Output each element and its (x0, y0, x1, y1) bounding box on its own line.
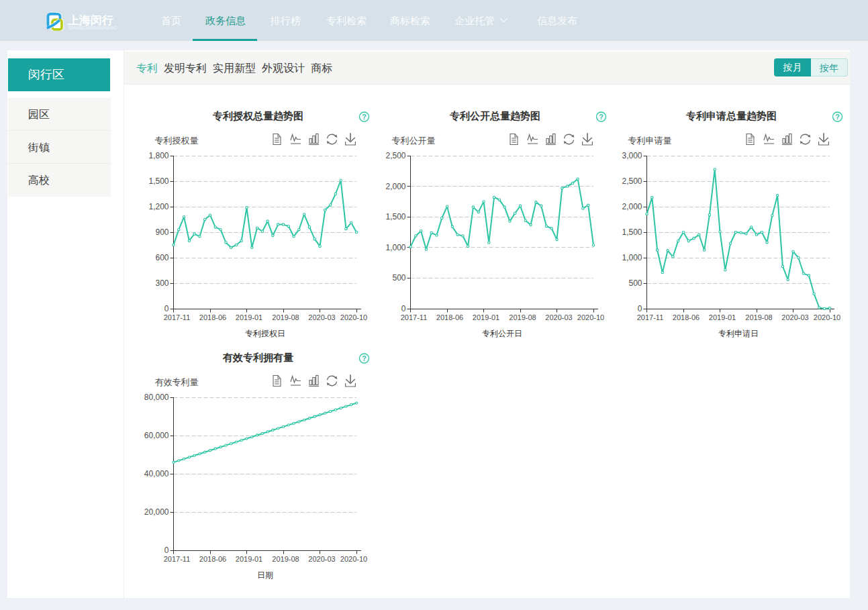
svg-text:专利授权总量趋势图: 专利授权总量趋势图 (212, 110, 303, 121)
svg-text:2019-08: 2019-08 (272, 313, 299, 321)
svg-text:600: 600 (155, 253, 168, 262)
svg-text:专利授权日: 专利授权日 (245, 329, 285, 338)
svg-text:2019-01: 2019-01 (236, 313, 262, 321)
svg-text:2019-01: 2019-01 (473, 313, 499, 321)
svg-text:0: 0 (401, 304, 406, 313)
svg-text:3,000: 3,000 (622, 151, 642, 160)
svg-text:2018-06: 2018-06 (199, 555, 226, 563)
svg-text:2019-08: 2019-08 (509, 313, 536, 321)
svg-text:2017-11: 2017-11 (401, 313, 428, 321)
svg-text:1,500: 1,500 (622, 227, 642, 237)
svg-text:2018-06: 2018-06 (199, 313, 226, 321)
svg-text:日期: 日期 (257, 570, 273, 580)
svg-text:?: ? (362, 113, 366, 121)
svg-text:有效专利拥有量: 有效专利拥有量 (222, 352, 293, 363)
svg-text:300: 300 (155, 278, 168, 288)
svg-text:0: 0 (164, 546, 169, 555)
svg-text:专利授权量: 专利授权量 (155, 136, 199, 146)
svg-text:0: 0 (638, 304, 642, 313)
svg-text:2020-10: 2020-10 (340, 313, 367, 321)
svg-text:2,000: 2,000 (385, 182, 405, 191)
svg-text:2,000: 2,000 (622, 202, 642, 211)
svg-text:2018-06: 2018-06 (673, 313, 700, 321)
svg-text:2017-11: 2017-11 (164, 555, 191, 563)
svg-text:专利申请日: 专利申请日 (718, 329, 759, 338)
svg-text:?: ? (362, 354, 366, 362)
svg-text:0: 0 (164, 304, 169, 313)
svg-text:2017-11: 2017-11 (164, 313, 191, 321)
svg-text:2,500: 2,500 (385, 151, 405, 160)
svg-text:2020-03: 2020-03 (545, 313, 572, 321)
svg-text:2019-01: 2019-01 (709, 313, 736, 321)
svg-text:500: 500 (392, 273, 405, 283)
svg-text:2017-11: 2017-11 (637, 313, 664, 321)
svg-text:20,000: 20,000 (144, 507, 169, 517)
svg-text:?: ? (835, 113, 839, 121)
svg-text:1,500: 1,500 (385, 212, 405, 221)
svg-text:2020-03: 2020-03 (308, 313, 335, 321)
svg-text:?: ? (599, 113, 603, 121)
svg-text:2020-10: 2020-10 (340, 555, 367, 563)
svg-text:2019-08: 2019-08 (272, 555, 299, 563)
svg-text:1,200: 1,200 (148, 202, 168, 211)
svg-text:专利公开量: 专利公开量 (392, 136, 436, 146)
svg-text:1,500: 1,500 (148, 176, 168, 186)
svg-text:专利申请总量趋势图: 专利申请总量趋势图 (685, 110, 777, 121)
svg-text:2020-10: 2020-10 (577, 313, 604, 321)
svg-text:900: 900 (155, 227, 168, 237)
svg-text:2020-10: 2020-10 (814, 313, 840, 321)
svg-text:60,000: 60,000 (144, 431, 169, 440)
svg-text:专利公开日: 专利公开日 (482, 329, 522, 338)
svg-text:2,500: 2,500 (622, 176, 642, 186)
svg-text:2018-06: 2018-06 (436, 313, 463, 321)
svg-text:有效专利量: 有效专利量 (155, 377, 199, 387)
svg-text:1,000: 1,000 (622, 253, 642, 262)
svg-text:专利公开总量趋势图: 专利公开总量趋势图 (449, 110, 540, 121)
svg-text:2019-08: 2019-08 (745, 313, 772, 321)
svg-text:40,000: 40,000 (144, 469, 169, 478)
svg-text:1,800: 1,800 (148, 151, 168, 160)
svg-text:专利申请量: 专利申请量 (628, 136, 672, 146)
svg-text:80,000: 80,000 (144, 393, 169, 402)
svg-text:2020-03: 2020-03 (308, 555, 335, 563)
svg-text:2020-03: 2020-03 (781, 313, 808, 321)
svg-text:1,000: 1,000 (385, 243, 405, 252)
svg-text:2019-01: 2019-01 (236, 555, 262, 563)
svg-text:500: 500 (628, 278, 642, 288)
